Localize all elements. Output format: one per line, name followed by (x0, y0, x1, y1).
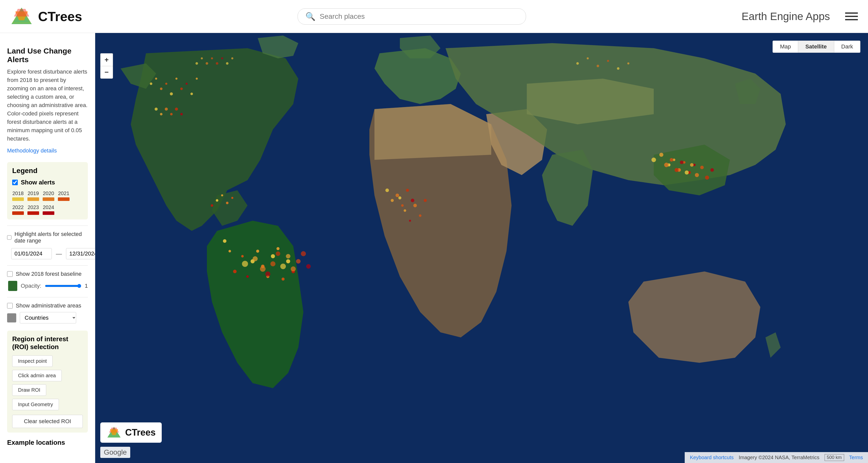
year-item-2022: 2022 (12, 204, 24, 215)
start-date-input[interactable] (11, 248, 52, 259)
highlight-checkbox[interactable] (7, 235, 11, 240)
forest-baseline-row: Show 2018 forest baseline (7, 271, 88, 277)
inspect-point-button[interactable]: Inspect point (12, 356, 53, 367)
ctrees-logo-icon (10, 6, 33, 27)
svg-point-6 (256, 250, 259, 253)
draw-roi-button[interactable]: Draw ROI (12, 384, 46, 396)
svg-point-28 (196, 78, 198, 80)
year-label-2022: 2022 (12, 204, 24, 210)
year-item-2019: 2019 (27, 191, 39, 201)
highlight-row: Highlight alerts for selected date range (7, 231, 88, 244)
svg-point-63 (306, 264, 311, 269)
clear-roi-button[interactable]: Clear selected ROI (12, 415, 83, 428)
search-bar[interactable]: 🔍 (298, 8, 526, 25)
click-admin-button[interactable]: Click admin area (12, 370, 62, 381)
svg-point-52 (242, 261, 248, 267)
svg-point-12 (246, 275, 249, 278)
year-label-2023: 2023 (28, 204, 39, 210)
year-item-2018: 2018 (12, 191, 24, 201)
svg-point-85 (170, 113, 173, 115)
svg-point-78 (695, 173, 699, 177)
map-area[interactable]: + − Map Satellite Dark CTrees Google Key… (95, 33, 868, 463)
year-legend: 2018 2019 2020 2021 2022 (12, 191, 83, 215)
svg-point-58 (280, 264, 286, 269)
svg-point-67 (401, 204, 404, 207)
map-type-satellite-button[interactable]: Satellite (798, 41, 834, 53)
svg-point-50 (231, 197, 233, 199)
map-type-dark-button[interactable]: Dark (834, 41, 860, 53)
show-alerts-checkbox[interactable] (12, 179, 18, 185)
sidebar: Land Use Change Alerts Explore forest di… (0, 33, 95, 463)
sidebar-description: Explore forest disturbance alerts from 2… (7, 67, 88, 143)
map-canvas (95, 33, 868, 463)
year-label-2019: 2019 (28, 191, 39, 196)
svg-point-56 (276, 252, 280, 256)
admin-areas-checkbox[interactable] (7, 303, 13, 308)
example-locations-title: Example locations (7, 439, 88, 447)
opacity-value: 1 (85, 283, 88, 289)
svg-point-47 (216, 199, 218, 202)
opacity-row: Opacity: 1 (7, 281, 88, 291)
keyboard-shortcuts-link[interactable]: Keyboard shortcuts (690, 455, 734, 460)
svg-point-94 (226, 62, 228, 65)
svg-point-72 (664, 163, 669, 167)
svg-point-45 (617, 67, 619, 70)
roi-section: Region of interest (ROI) selection Inspe… (7, 331, 88, 433)
svg-point-77 (690, 163, 693, 167)
roi-buttons: Inspect point Click admin area Draw ROI … (12, 356, 83, 410)
svg-point-91 (211, 57, 213, 59)
input-geometry-button[interactable]: Input Geometry (12, 399, 59, 410)
svg-point-35 (398, 196, 401, 199)
svg-point-39 (424, 199, 427, 202)
svg-point-10 (276, 247, 280, 250)
svg-point-17 (282, 277, 285, 280)
svg-point-43 (597, 65, 599, 67)
svg-point-42 (587, 57, 589, 59)
search-icon: 🔍 (305, 12, 316, 21)
svg-point-8 (241, 255, 244, 258)
svg-point-19 (150, 82, 152, 85)
svg-point-37 (413, 204, 417, 207)
year-label-2018: 2018 (12, 191, 24, 196)
main-layout: Land Use Change Alerts Explore forest di… (0, 33, 868, 463)
opacity-slider[interactable] (45, 284, 81, 288)
svg-point-92 (216, 62, 218, 65)
ee-apps-label: Earth Engine Apps (742, 10, 830, 23)
roi-title: Region of interest (ROI) selection (12, 335, 83, 351)
header: CTrees 🔍 Earth Engine Apps (0, 0, 868, 33)
svg-point-48 (221, 194, 223, 196)
svg-point-84 (165, 107, 168, 110)
year-item-2023: 2023 (27, 204, 39, 215)
legend-section: Legend Show alerts 2018 2019 2020 (7, 162, 88, 220)
year-color-2021 (58, 197, 69, 201)
date-range-row: — (7, 248, 88, 259)
svg-point-93 (221, 57, 223, 59)
end-date-input[interactable] (66, 248, 95, 259)
terms-link[interactable]: Terms (849, 455, 863, 460)
svg-point-25 (180, 88, 183, 90)
hamburger-menu[interactable] (845, 12, 858, 20)
year-color-2020 (43, 197, 54, 201)
svg-point-66 (396, 194, 399, 197)
google-logo: Google (100, 447, 130, 458)
countries-dropdown[interactable]: Countries States/Provinces Counties/Dist… (20, 312, 76, 324)
map-type-map-button[interactable]: Map (773, 41, 798, 53)
year-color-2019 (27, 197, 39, 201)
svg-point-11 (233, 270, 237, 273)
search-input[interactable] (320, 12, 518, 21)
zoom-in-button[interactable]: + (100, 53, 113, 66)
svg-point-20 (155, 78, 157, 80)
svg-point-23 (170, 92, 173, 95)
logo-area: CTrees (10, 6, 82, 27)
logo-text: CTrees (38, 9, 82, 24)
zoom-out-button[interactable]: − (100, 66, 113, 79)
map-bottom-bar: Keyboard shortcuts Imagery ©2024 NASA, T… (685, 452, 868, 463)
ctrees-watermark-icon (106, 426, 122, 439)
svg-point-87 (180, 113, 183, 115)
svg-point-13 (286, 259, 290, 263)
methodology-link[interactable]: Methodology details (7, 147, 88, 154)
forest-baseline-checkbox[interactable] (7, 271, 13, 277)
forest-baseline-label: Show 2018 forest baseline (16, 271, 82, 277)
svg-point-74 (675, 168, 679, 172)
svg-point-40 (409, 220, 411, 222)
